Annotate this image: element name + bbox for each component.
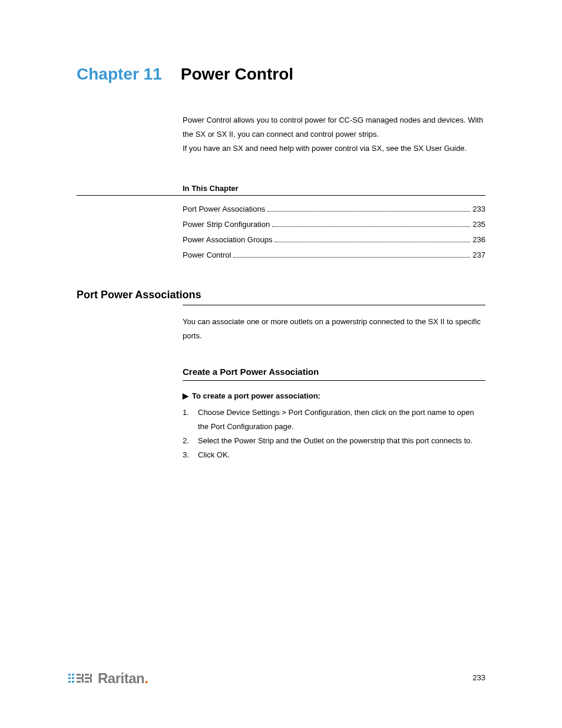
svg-rect-0 xyxy=(68,674,71,676)
step-number: 1. xyxy=(183,406,192,434)
step-text: Click OK. xyxy=(198,448,230,462)
svg-rect-10 xyxy=(82,679,84,683)
sub-heading-create-assoc: Create a Port Power Association xyxy=(183,367,485,377)
step-number: 3. xyxy=(183,448,192,462)
toc-leader xyxy=(233,257,470,258)
list-item: 1.Choose Device Settings > Port Configur… xyxy=(183,406,485,434)
steps-lead: ▶To create a port power association: xyxy=(183,389,485,403)
svg-rect-8 xyxy=(77,681,81,683)
step-text: Select the Power Strip and the Outlet on… xyxy=(198,434,472,448)
toc-leader xyxy=(272,226,470,227)
toc-row: Power Strip Configuration 235 xyxy=(183,217,485,232)
steps-list: 1.Choose Device Settings > Port Configur… xyxy=(183,406,485,462)
svg-rect-6 xyxy=(77,674,81,676)
section-heading-port-power: Port Power Associations xyxy=(77,289,485,301)
toc-row: Power Control 237 xyxy=(183,248,485,263)
svg-rect-1 xyxy=(68,677,71,679)
list-item: 2.Select the Power Strip and the Outlet … xyxy=(183,434,485,448)
chapter-label: Chapter 11 xyxy=(77,65,162,84)
toc-page: 237 xyxy=(472,248,485,263)
chapter-title: Power Control xyxy=(181,65,293,84)
intro-text: Power Control allows you to control powe… xyxy=(183,113,485,156)
footer-logo: Raritan. xyxy=(68,670,148,687)
section-body: You can associate one or more outlets on… xyxy=(183,315,485,343)
svg-rect-15 xyxy=(90,679,92,683)
divider xyxy=(77,195,485,196)
svg-rect-5 xyxy=(72,681,74,683)
toc-page: 233 xyxy=(472,202,485,217)
toc-title: Power Control xyxy=(183,248,231,263)
svg-rect-3 xyxy=(72,674,74,676)
steps-lead-text: To create a port power association: xyxy=(192,391,320,400)
svg-rect-12 xyxy=(85,677,91,679)
svg-rect-2 xyxy=(68,681,71,683)
toc: Port Power Associations 233 Power Strip … xyxy=(183,202,485,263)
toc-leader xyxy=(267,211,470,212)
intro-p2: If you have an SX and need help with pow… xyxy=(183,141,485,156)
svg-rect-7 xyxy=(77,677,83,679)
svg-rect-14 xyxy=(90,674,92,677)
brand-text: Raritan. xyxy=(98,670,148,687)
divider xyxy=(183,305,485,305)
step-number: 2. xyxy=(183,434,192,448)
toc-title: Power Strip Configuration xyxy=(183,217,270,232)
svg-rect-4 xyxy=(72,677,74,679)
divider xyxy=(183,380,485,381)
toc-page: 235 xyxy=(472,217,485,232)
toc-row: Power Association Groups 236 xyxy=(183,232,485,248)
arrow-icon: ▶ xyxy=(183,391,189,400)
chapter-header: Chapter 11 Power Control xyxy=(77,65,485,84)
page-number: 233 xyxy=(472,673,485,682)
svg-rect-13 xyxy=(85,681,89,683)
svg-rect-11 xyxy=(85,674,89,676)
toc-leader xyxy=(275,242,470,242)
toc-page: 236 xyxy=(472,232,485,248)
toc-title: Port Power Associations xyxy=(183,202,265,217)
intro-p1: Power Control allows you to control powe… xyxy=(183,113,485,141)
step-text: Choose Device Settings > Port Configurat… xyxy=(198,406,485,434)
toc-row: Port Power Associations 233 xyxy=(183,202,485,217)
page-container: Chapter 11 Power Control Power Control a… xyxy=(0,0,562,498)
in-this-chapter-label: In This Chapter xyxy=(183,184,485,193)
svg-rect-9 xyxy=(82,674,84,677)
toc-title: Power Association Groups xyxy=(183,232,272,248)
list-item: 3.Click OK. xyxy=(183,448,485,462)
raritan-logo-icon xyxy=(68,671,93,686)
